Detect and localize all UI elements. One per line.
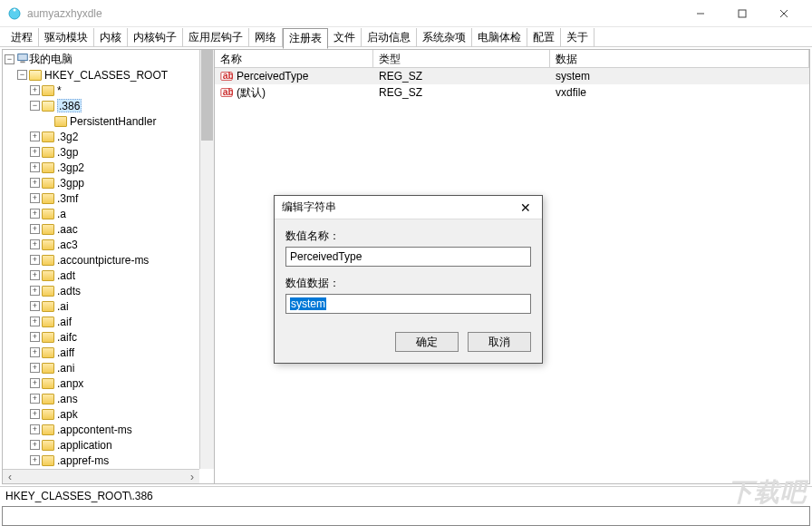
expand-toggle[interactable]: +	[30, 286, 40, 296]
maximize-button[interactable]	[721, 0, 763, 27]
expand-toggle[interactable]: −	[17, 70, 27, 80]
folder-icon	[42, 455, 54, 466]
scroll-right-arrow-icon[interactable]: ›	[185, 470, 199, 483]
expand-toggle[interactable]: +	[30, 440, 40, 450]
value-data-text: system	[290, 297, 326, 310]
tab-配置[interactable]: 配置	[527, 28, 561, 47]
tab-进程[interactable]: 进程	[5, 28, 39, 47]
svg-point-1	[14, 8, 16, 11]
column-type[interactable]: 类型	[373, 50, 550, 67]
expand-toggle[interactable]: +	[30, 270, 40, 280]
expand-toggle[interactable]: +	[30, 394, 40, 404]
tree-item[interactable]: .a	[57, 208, 66, 220]
tab-系统杂项[interactable]: 系统杂项	[417, 28, 472, 47]
close-button[interactable]	[763, 0, 805, 27]
expand-toggle[interactable]: +	[30, 239, 40, 249]
ok-button[interactable]: 确定	[395, 332, 459, 352]
expand-toggle[interactable]: +	[30, 409, 40, 419]
tree-vertical-scrollbar[interactable]	[199, 50, 214, 469]
value-data-input[interactable]: system	[285, 294, 531, 314]
tab-内核[interactable]: 内核	[94, 28, 128, 47]
tree-item[interactable]: .3gp2	[57, 161, 84, 174]
scroll-left-arrow-icon[interactable]: ‹	[3, 470, 17, 483]
svg-text:ab: ab	[223, 86, 233, 97]
tree-item[interactable]: .ac3	[57, 239, 78, 251]
table-row[interactable]: ab(默认)REG_SZvxdfile	[215, 84, 809, 101]
svg-rect-3	[739, 10, 746, 17]
tree-item[interactable]: .anpx	[57, 377, 83, 390]
tab-关于[interactable]: 关于	[561, 28, 594, 47]
expand-toggle[interactable]: +	[30, 378, 40, 388]
computer-icon	[16, 52, 29, 67]
folder-icon	[42, 394, 54, 404]
svg-rect-7	[20, 62, 24, 63]
value-type: REG_SZ	[373, 86, 550, 99]
column-name[interactable]: 名称	[215, 50, 373, 67]
tab-应用层钩子[interactable]: 应用层钩子	[183, 28, 249, 47]
tree-item[interactable]: .ans	[57, 393, 78, 405]
expand-toggle[interactable]: +	[30, 363, 40, 373]
tab-bar: 进程驱动模块内核内核钩子应用层钩子网络注册表文件启动信息系统杂项电脑体检配置关于	[0, 27, 812, 47]
expand-toggle[interactable]: +	[30, 178, 40, 188]
column-data[interactable]: 数据	[550, 50, 809, 67]
tree-item[interactable]: .accountpicture-ms	[57, 254, 149, 267]
tree-item[interactable]: .apk	[57, 408, 78, 421]
expand-toggle[interactable]: +	[30, 455, 40, 465]
tab-驱动模块[interactable]: 驱动模块	[39, 28, 94, 47]
tree-item[interactable]: .aifc	[57, 331, 77, 344]
value-data: vxdfile	[550, 86, 809, 99]
tree-item[interactable]: .386	[57, 99, 82, 112]
tree-item[interactable]: .ani	[57, 362, 74, 375]
tree-item[interactable]: *	[57, 84, 62, 97]
expand-toggle[interactable]: +	[30, 332, 40, 342]
value-name-input[interactable]	[285, 247, 531, 267]
expand-toggle[interactable]: +	[30, 301, 40, 311]
tree-item[interactable]: .appcontent-ms	[57, 424, 132, 436]
tree-item[interactable]: .adts	[57, 285, 81, 297]
expand-toggle[interactable]: +	[30, 132, 40, 141]
tree-root[interactable]: 我的电脑	[29, 52, 72, 67]
folder-icon	[29, 70, 42, 81]
expand-toggle[interactable]: −	[30, 101, 40, 111]
tree-item[interactable]: .appref-ms	[57, 454, 109, 467]
dialog-close-button[interactable]: ✕	[517, 199, 535, 217]
tree-item[interactable]: .aac	[57, 223, 78, 236]
command-input[interactable]	[2, 506, 810, 526]
tree-item[interactable]: .3mf	[57, 192, 78, 205]
tree-hive[interactable]: HKEY_CLASSES_ROOT	[44, 69, 168, 82]
tree-item[interactable]: .3gp	[57, 146, 78, 159]
expand-toggle[interactable]: +	[30, 85, 40, 95]
tree-item[interactable]: .adt	[57, 269, 75, 282]
tree-item[interactable]: .aiff	[57, 346, 74, 359]
expand-toggle[interactable]: +	[30, 162, 40, 172]
expand-toggle[interactable]: −	[5, 54, 14, 64]
tree-item[interactable]: .aif	[57, 316, 72, 328]
dialog-titlebar[interactable]: 编辑字符串 ✕	[275, 196, 542, 219]
registry-tree[interactable]: −我的电脑−HKEY_CLASSES_ROOT+*−.386Persistent…	[5, 52, 198, 469]
tree-item[interactable]: .application	[57, 439, 112, 452]
expand-toggle[interactable]: +	[30, 193, 40, 203]
value-data: system	[550, 70, 809, 83]
folder-icon	[42, 301, 54, 312]
tree-horizontal-scrollbar[interactable]: ‹ ›	[3, 469, 199, 483]
tree-item[interactable]: .3g2	[57, 131, 78, 143]
tree-item[interactable]: PersistentHandler	[70, 115, 156, 128]
tab-文件[interactable]: 文件	[328, 28, 362, 47]
cancel-button[interactable]: 取消	[468, 332, 531, 352]
expand-toggle[interactable]: +	[30, 224, 40, 234]
expand-toggle[interactable]: +	[30, 317, 40, 326]
tab-网络[interactable]: 网络	[249, 28, 283, 47]
expand-toggle[interactable]: +	[30, 255, 40, 265]
tree-item[interactable]: .ai	[57, 300, 69, 313]
table-row[interactable]: abPerceivedTypeREG_SZsystem	[215, 68, 809, 84]
tab-内核钩子[interactable]: 内核钩子	[128, 28, 183, 47]
tree-item[interactable]: .3gpp	[57, 177, 84, 190]
minimize-button[interactable]	[680, 0, 721, 27]
expand-toggle[interactable]: +	[30, 147, 40, 157]
tab-电脑体检[interactable]: 电脑体检	[472, 28, 527, 47]
tab-启动信息[interactable]: 启动信息	[362, 28, 417, 47]
expand-toggle[interactable]: +	[30, 424, 40, 434]
tab-注册表[interactable]: 注册表	[283, 28, 328, 49]
expand-toggle[interactable]: +	[30, 347, 40, 357]
expand-toggle[interactable]: +	[30, 209, 40, 219]
